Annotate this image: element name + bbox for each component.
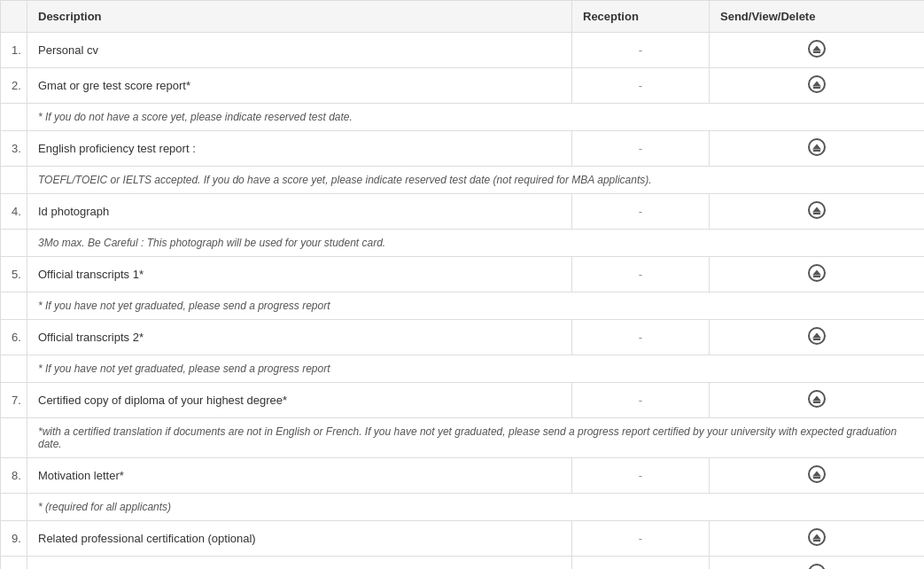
row-actions[interactable] [710, 194, 925, 230]
row-description: Gmat or gre test score report* [27, 68, 572, 104]
note-num-empty [1, 292, 27, 320]
col-header-num [1, 1, 27, 33]
note-text: 3Mo max. Be Careful : This photograph wi… [27, 230, 925, 257]
table-row: 10.Copy of your passport- [1, 557, 925, 570]
row-actions[interactable] [710, 33, 925, 68]
row-reception: - [572, 68, 710, 104]
col-header-reception: Reception [572, 1, 710, 33]
note-text: * If you have not yet graduated, please … [27, 292, 925, 320]
row-number: 3. [1, 131, 27, 167]
row-number: 4. [1, 194, 27, 230]
note-num-empty [1, 494, 27, 521]
row-actions[interactable] [710, 458, 925, 494]
note-num-empty [1, 355, 27, 383]
upload-icon[interactable] [808, 138, 826, 156]
row-number: 6. [1, 320, 27, 355]
note-num-empty [1, 104, 27, 131]
table-row: 9.Related professional certification (op… [1, 521, 925, 557]
row-description: Id photograph [27, 194, 572, 230]
upload-icon[interactable] [808, 390, 826, 408]
row-number: 8. [1, 458, 27, 494]
row-reception: - [572, 383, 710, 418]
note-text: *with a certified translation if documen… [27, 418, 925, 458]
row-actions[interactable] [710, 320, 925, 355]
note-text: * If you have not yet graduated, please … [27, 355, 925, 383]
row-actions[interactable] [710, 131, 925, 167]
table-row: 5.Official transcripts 1*- [1, 257, 925, 292]
row-description: Official transcripts 1* [27, 257, 572, 292]
note-num-empty [1, 230, 27, 257]
upload-icon[interactable] [808, 201, 826, 219]
table-note-row: * (required for all applicants) [1, 494, 925, 521]
row-reception: - [572, 33, 710, 68]
note-num-empty [1, 167, 27, 194]
table-note-row: * If you have not yet graduated, please … [1, 292, 925, 320]
row-description: Official transcripts 2* [27, 320, 572, 355]
upload-icon[interactable] [808, 327, 826, 345]
row-reception: - [572, 257, 710, 292]
row-number: 5. [1, 257, 27, 292]
upload-icon[interactable] [808, 75, 826, 93]
table-row: 7.Certified copy of diploma of your high… [1, 383, 925, 418]
row-reception: - [572, 194, 710, 230]
table-row: 4.Id photograph- [1, 194, 925, 230]
upload-icon[interactable] [808, 465, 826, 483]
upload-icon[interactable] [808, 564, 826, 569]
row-actions[interactable] [710, 68, 925, 104]
table-note-row: 3Mo max. Be Careful : This photograph wi… [1, 230, 925, 257]
row-description: Personal cv [27, 33, 572, 68]
row-number: 9. [1, 521, 27, 557]
row-reception: - [572, 320, 710, 355]
row-reception: - [572, 131, 710, 167]
note-text: * If you do not have a score yet, please… [27, 104, 925, 131]
row-description: Certified copy of diploma of your highes… [27, 383, 572, 418]
table-note-row: *with a certified translation if documen… [1, 418, 925, 458]
note-text: TOEFL/TOEIC or IELTS accepted. If you do… [27, 167, 925, 194]
table-note-row: * If you have not yet graduated, please … [1, 355, 925, 383]
row-description: Copy of your passport [27, 557, 572, 570]
table-row: 2.Gmat or gre test score report*- [1, 68, 925, 104]
row-actions[interactable] [710, 557, 925, 570]
table-row: 3.English proficiency test report :- [1, 131, 925, 167]
row-actions[interactable] [710, 383, 925, 418]
row-actions[interactable] [710, 521, 925, 557]
upload-icon[interactable] [808, 40, 826, 58]
table-row: 6.Official transcripts 2*- [1, 320, 925, 355]
row-reception: - [572, 458, 710, 494]
upload-icon[interactable] [808, 264, 826, 282]
row-description: Motivation letter* [27, 458, 572, 494]
row-description: Related professional certification (opti… [27, 521, 572, 557]
row-number: 1. [1, 33, 27, 68]
table-note-row: * If you do not have a score yet, please… [1, 104, 925, 131]
row-reception: - [572, 557, 710, 570]
row-reception: - [572, 521, 710, 557]
table-note-row: TOEFL/TOEIC or IELTS accepted. If you do… [1, 167, 925, 194]
upload-icon[interactable] [808, 528, 826, 546]
col-header-actions: Send/View/Delete [710, 1, 925, 33]
row-number: 10. [1, 557, 27, 570]
row-number: 2. [1, 68, 27, 104]
table-row: 8.Motivation letter*- [1, 458, 925, 494]
row-number: 7. [1, 383, 27, 418]
col-header-description: Description [27, 1, 572, 33]
row-description: English proficiency test report : [27, 131, 572, 167]
note-num-empty [1, 418, 27, 458]
note-text: * (required for all applicants) [27, 494, 925, 521]
row-actions[interactable] [710, 257, 925, 292]
table-row: 1.Personal cv- [1, 33, 925, 68]
